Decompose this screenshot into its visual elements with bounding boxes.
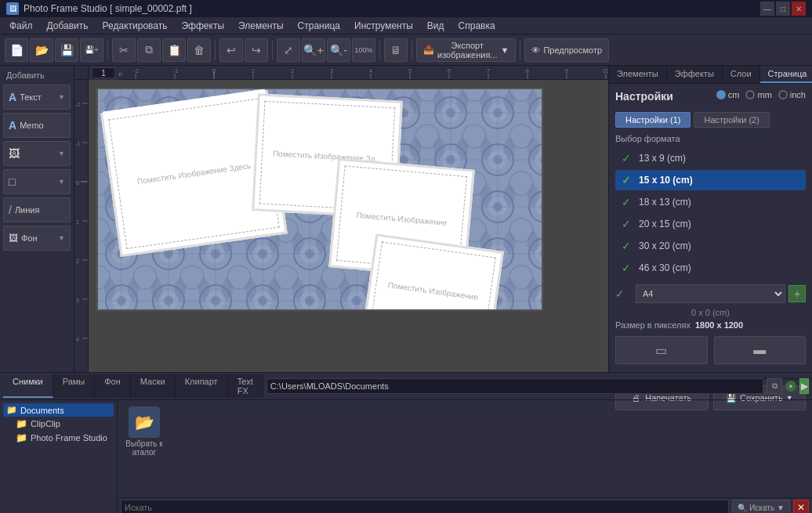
zoom-in-button[interactable]: 🔍+ (302, 38, 325, 62)
copy-button[interactable]: ⧉ (137, 38, 161, 62)
subtab-settings-1[interactable]: Настройки (1) (615, 112, 691, 128)
separator-2 (215, 41, 216, 60)
tree-clipclip[interactable]: 📁 ClipClip (3, 417, 114, 431)
svg-text:2: 2 (76, 258, 79, 264)
btab-textfx[interactable]: Text FX (228, 374, 263, 398)
btab-snapshots[interactable]: Снимки (3, 374, 53, 398)
svg-text:3: 3 (330, 68, 333, 74)
search-button[interactable]: 🔍 Искать ▼ (732, 500, 790, 513)
format-30x20[interactable]: ✓ 30 x 20 (cm) (615, 236, 806, 256)
btab-masks[interactable]: Маски (131, 374, 176, 398)
format-13x9[interactable]: ✓ 13 x 9 (cm) (615, 148, 806, 168)
menu-help[interactable]: Справка (452, 19, 502, 33)
path-go-button[interactable]: ▶ (799, 378, 809, 394)
paste-button[interactable]: 📋 (162, 38, 186, 62)
menu-tools[interactable]: Инструменты (348, 19, 419, 33)
portrait-icon: ▭ (655, 343, 667, 358)
menu-edit[interactable]: Редактировать (96, 19, 174, 33)
path-input[interactable] (266, 378, 763, 394)
btab-frames[interactable]: Рамы (53, 374, 96, 398)
preview-label: Предпросмотр (543, 45, 602, 55)
subtab-settings-2[interactable]: Настройки (2) (694, 112, 769, 128)
bg-tool-button[interactable]: 🖼 Фон ▼ (3, 226, 71, 251)
file-browser-container: 📂 Выбрать каталог 🔍 Искать ▼ ✕ (118, 400, 812, 513)
unit-inch[interactable]: inch (778, 90, 806, 99)
new-button[interactable]: 📄 (5, 38, 28, 62)
preview-button[interactable]: 👁 Предпросмотр (524, 38, 609, 62)
menu-add[interactable]: Добавить (41, 19, 95, 33)
clear-search-button[interactable]: ✕ (793, 500, 809, 513)
portrait-button[interactable]: ▭ (615, 336, 708, 364)
square-tool-arrow: ▼ (58, 178, 65, 186)
format-15x10[interactable]: ✓ 15 x 10 (cm) (615, 170, 806, 190)
tab-elements[interactable]: Элементы (609, 66, 667, 83)
svg-text:5: 5 (408, 68, 411, 74)
delete-button[interactable]: 🗑 (187, 38, 211, 62)
text-tool-button[interactable]: A Текст ▼ (3, 85, 71, 110)
check-18x13: ✓ (622, 196, 634, 208)
cut-button[interactable]: ✂ (112, 38, 136, 62)
copy-path-button[interactable]: ⧉ (767, 378, 782, 394)
zoom-fit-button[interactable]: ⤢ (277, 38, 300, 62)
btab-clipart[interactable]: Клипарт (176, 374, 228, 398)
unit-cm[interactable]: cm (716, 90, 740, 99)
tab-effects[interactable]: Эффекты (667, 66, 723, 83)
menu-page[interactable]: Страница (292, 19, 346, 33)
maximize-button[interactable]: □ (776, 2, 790, 16)
svg-text:3: 3 (76, 298, 79, 303)
image-tool-button[interactable]: 🖼 ▼ (3, 141, 71, 166)
custom-size-label: 0 x 0 (cm) (615, 308, 806, 317)
format-46x30[interactable]: ✓ 46 x 30 (cm) (615, 258, 806, 278)
btab-bg[interactable]: Фон (95, 374, 131, 398)
format-15x10-label: 15 x 10 (cm) (639, 175, 693, 186)
search-input[interactable] (121, 500, 729, 513)
tab-page[interactable]: Страница (760, 66, 812, 83)
separator-6 (520, 41, 520, 60)
check-30x20: ✓ (622, 240, 634, 252)
main-area: Добавить A Текст ▼ A Memo 🖼 ▼ □ ▼ / Лини… (0, 66, 812, 372)
save-as-button[interactable]: 💾+ (80, 38, 103, 62)
format-20x15[interactable]: ✓ 20 x 15 (cm) (615, 214, 806, 234)
square-tool-button[interactable]: □ ▼ (3, 169, 71, 194)
svg-text:2: 2 (291, 68, 294, 74)
right-panel: Элементы Эффекты Слои Страница Н Настрой… (608, 66, 812, 372)
add-format-button[interactable]: + (788, 285, 806, 302)
export-button[interactable]: 📤 Экспорт изображения... ▼ (416, 38, 516, 62)
pixel-size-label: Размер в пикселях (615, 320, 691, 330)
custom-format-select[interactable]: A4 (636, 284, 785, 303)
open-button[interactable]: 📂 (30, 38, 53, 62)
menu-file[interactable]: Файл (3, 19, 39, 33)
page-number-input[interactable] (92, 67, 115, 78)
undo-button[interactable]: ↩ (219, 38, 243, 62)
pfs-label: Photo Frame Studio (31, 433, 107, 443)
svg-text:-2: -2 (134, 68, 139, 74)
search-bar: 🔍 Искать ▼ ✕ (118, 497, 812, 513)
app-icon: 🖼 (6, 2, 19, 15)
settings-title: Настройки (615, 90, 673, 103)
zoom-100-button[interactable]: 100% (352, 38, 375, 62)
menu-effects[interactable]: Эффекты (175, 19, 230, 33)
memo-tool-label: Memo (20, 121, 44, 130)
save-toolbar-button[interactable]: 💾 (55, 38, 78, 62)
landscape-button[interactable]: ▬ (714, 336, 807, 364)
svg-text:-1: -1 (75, 141, 80, 146)
menu-elements[interactable]: Элементы (232, 19, 290, 33)
monitor-button[interactable]: 🖥 (384, 38, 408, 62)
tree-pfs[interactable]: 📁 Photo Frame Studio (3, 431, 114, 445)
tree-documents[interactable]: 📁 Documents (3, 403, 114, 417)
unit-mm[interactable]: mm (745, 90, 771, 99)
line-tool-button[interactable]: / Линия (3, 197, 71, 222)
redo-button[interactable]: ↪ (245, 38, 268, 62)
menu-view[interactable]: Вид (421, 19, 451, 33)
tab-layers[interactable]: Слои (723, 66, 760, 83)
format-18x13[interactable]: ✓ 18 x 13 (cm) (615, 192, 806, 212)
zoom-out-button[interactable]: 🔍- (327, 38, 350, 62)
close-button[interactable]: ✕ (792, 2, 806, 16)
documents-icon: 📁 (6, 405, 17, 415)
minimize-button[interactable]: — (760, 2, 774, 16)
unit-inch-radio (778, 90, 788, 99)
right-tabs: Элементы Эффекты Слои Страница Н (609, 66, 812, 84)
browser-choose-catalog[interactable]: 📂 Выбрать каталог (121, 403, 168, 460)
custom-check: ✓ (615, 287, 628, 300)
memo-tool-button[interactable]: A Memo (3, 113, 71, 138)
